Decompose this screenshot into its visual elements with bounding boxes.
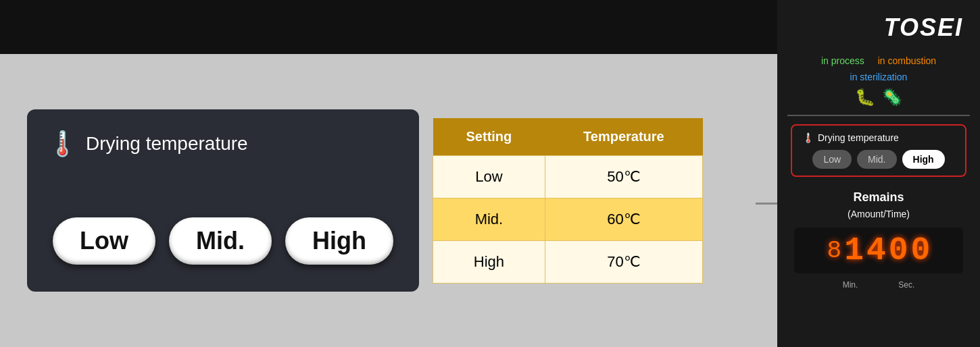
temp-high: 70℃	[545, 240, 702, 283]
mid-button[interactable]: Mid.	[169, 217, 272, 265]
mini-box-title: 🌡️ Drying temperature	[802, 132, 955, 143]
mini-buttons: Low Mid. High	[802, 150, 955, 169]
mini-thermometer-icon: 🌡️	[802, 132, 814, 143]
temp-mid: 60℃	[545, 198, 702, 240]
digit-0-1: 0	[889, 234, 908, 267]
digit-1: 1	[844, 234, 864, 267]
status-in-sterilization: in sterilization	[850, 72, 908, 82]
bug-icons: 🐛 🦠	[855, 88, 902, 107]
min-label: Min.	[843, 280, 858, 290]
status-in-combustion: in combustion	[878, 55, 936, 66]
setting-header: Setting	[433, 118, 545, 156]
left-panel: 🌡️ Drying temperature Low Mid. High	[27, 109, 419, 292]
table-row: Mid. 60℃	[433, 198, 703, 240]
bug-icon-2: 🦠	[882, 88, 902, 107]
mini-high-button[interactable]: High	[902, 150, 945, 169]
tosei-logo: TOSEI	[884, 14, 963, 42]
low-button[interactable]: Low	[53, 217, 155, 265]
temperature-header: Temperature	[545, 118, 702, 156]
temperature-table: Setting Temperature Low 50℃ Mid. 60℃ Hig…	[433, 118, 703, 284]
divider-line	[787, 115, 970, 116]
setting-low: Low	[433, 155, 545, 198]
setting-mid: Mid.	[433, 198, 545, 240]
temp-low: 50℃	[545, 155, 702, 198]
remains-sublabel: (Amount/Time)	[848, 209, 910, 219]
high-button[interactable]: High	[285, 217, 393, 265]
table-row: High 70℃	[433, 240, 703, 283]
digital-display: 8 1 4 0 0	[794, 228, 963, 273]
mini-drying-box: 🌡️ Drying temperature Low Mid. High	[791, 124, 966, 177]
mini-low-button[interactable]: Low	[812, 150, 852, 169]
bug-icon-1: 🐛	[855, 88, 875, 107]
main-area: 🌡️ Drying temperature Low Mid. High Sett…	[0, 54, 777, 347]
mini-box-title-text: Drying temperature	[818, 132, 899, 143]
right-sidebar: TOSEI in process in combustion in steril…	[777, 0, 980, 347]
table-row: Low 50℃	[433, 155, 703, 198]
top-bar	[0, 0, 777, 54]
time-labels: Min. Sec.	[843, 280, 915, 290]
digit-4: 4	[866, 234, 886, 267]
digit-8: 8	[827, 237, 842, 265]
remains-label: Remains	[853, 190, 904, 205]
thermometer-icon: 🌡️	[47, 130, 78, 158]
button-row: Low Mid. High	[47, 217, 399, 265]
mini-mid-button[interactable]: Mid.	[857, 150, 896, 169]
status-in-process: in process	[821, 55, 864, 66]
sec-label: Sec.	[898, 280, 914, 290]
digit-0-2: 0	[911, 234, 931, 267]
panel-title: 🌡️ Drying temperature	[47, 130, 248, 158]
setting-high: High	[433, 240, 545, 283]
panel-title-text: Drying temperature	[86, 133, 248, 155]
status-row: in process in combustion	[821, 55, 936, 66]
